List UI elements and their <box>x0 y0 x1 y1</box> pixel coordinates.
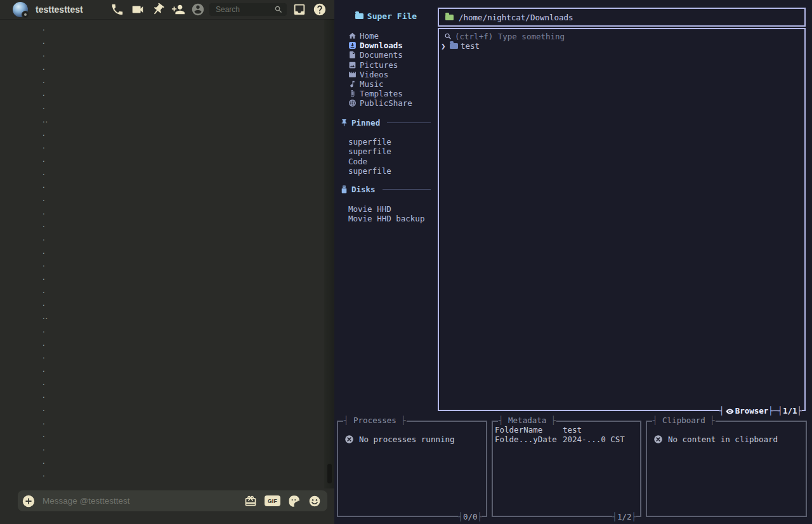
file-browser-panel: (ctrl+f) Type something ❯ test ┤ Browser… <box>438 28 806 411</box>
metadata-rows: FolderName test Folde...yDate 2024-...0 … <box>493 425 640 445</box>
sidebar-item-documents[interactable]: Documents <box>334 50 438 60</box>
processes-counter: 0/0 <box>463 512 478 521</box>
chat-message: . <box>0 87 324 100</box>
music-note-icon <box>348 80 357 88</box>
message-input-placeholder[interactable]: Message @testtesttest <box>43 496 237 506</box>
video-camera-icon <box>131 3 145 16</box>
section-divider <box>387 122 431 123</box>
globe-icon <box>348 99 357 107</box>
chat-message: . <box>0 442 324 455</box>
message-list: ..................................... <box>0 22 324 485</box>
chat-message: . <box>0 35 324 48</box>
chat-message: .. <box>0 310 324 324</box>
superfile-window: Super File Home Downloads Documents Pict… <box>334 0 812 524</box>
phone-icon <box>110 3 124 16</box>
voice-call-button[interactable] <box>110 3 124 16</box>
mode-label: Browser <box>735 406 769 416</box>
emoji-picker-button[interactable] <box>308 495 321 508</box>
disks-section-header: Disks <box>334 185 438 194</box>
sidebar-nav: Home Downloads Documents Pictures Videos… <box>334 31 438 108</box>
chat-message: . <box>0 100 324 114</box>
sidebar-item-downloads[interactable]: Downloads <box>334 41 438 50</box>
file-search-hint: (ctrl+f) Type something <box>455 32 565 41</box>
search-icon <box>274 5 283 14</box>
person-add-icon <box>171 3 185 16</box>
folder-icon <box>450 43 458 49</box>
chat-message: . <box>0 192 324 206</box>
help-icon <box>313 3 327 16</box>
folder-icon <box>445 15 454 20</box>
film-icon <box>348 70 357 79</box>
avatar-badge <box>22 11 29 18</box>
chat-message: . <box>0 22 324 35</box>
image-icon <box>348 61 357 69</box>
pinned-item[interactable]: superfile <box>334 166 438 176</box>
document-icon <box>348 51 357 59</box>
video-call-button[interactable] <box>131 3 145 16</box>
usb-drive-icon <box>340 185 348 193</box>
sidebar-item-videos[interactable]: Videos <box>334 70 438 79</box>
chat-scrollbar-thumb[interactable] <box>327 464 332 483</box>
chat-message: . <box>0 402 324 416</box>
chat-message: . <box>0 271 324 284</box>
help-button[interactable] <box>313 3 327 16</box>
dm-title: testtesttest <box>36 4 83 15</box>
pinned-item[interactable]: Code <box>334 157 438 166</box>
chat-message: . <box>0 232 324 245</box>
pinned-list: superfile superfile Code superfile <box>334 137 438 176</box>
sidebar-item-music[interactable]: Music <box>334 79 438 89</box>
pinned-item[interactable]: superfile <box>334 137 438 147</box>
inbox-button[interactable] <box>292 3 306 16</box>
sidebar-item-home[interactable]: Home <box>334 31 438 41</box>
sidebar-item-publicshare[interactable]: PublicShare <box>334 98 438 108</box>
pinned-item[interactable]: superfile <box>334 147 438 156</box>
chat-message: .. <box>0 114 324 127</box>
home-icon <box>348 32 357 40</box>
paperclip-icon <box>348 89 357 98</box>
chat-message: . <box>0 61 324 74</box>
panel-footer: ┤ Browser ├─┤ 1/1 ├ <box>719 406 802 416</box>
emoji-smile-icon <box>308 495 321 508</box>
gif-picker-button[interactable]: GIF <box>265 495 280 506</box>
chat-message: . <box>0 337 324 350</box>
user-circle-icon <box>191 3 205 16</box>
pinned-messages-button[interactable] <box>151 3 165 16</box>
chat-message: . <box>0 416 324 429</box>
file-entry-test[interactable]: ❯ test <box>439 41 804 51</box>
chat-message: . <box>0 455 324 468</box>
attach-button[interactable] <box>22 494 36 508</box>
chat-message: . <box>0 297 324 310</box>
clipboard-title: Clipboard <box>658 416 710 425</box>
sticker-picker-button[interactable] <box>288 495 301 508</box>
gift-button[interactable] <box>244 495 257 508</box>
metadata-counter: 1/2 <box>617 512 632 521</box>
download-icon <box>348 41 357 49</box>
user-profile-toggle[interactable] <box>191 3 205 16</box>
chat-message: . <box>0 206 324 219</box>
search-icon <box>444 32 452 41</box>
avatar[interactable] <box>13 2 28 17</box>
disk-item[interactable]: Movie HHD backup <box>334 214 438 223</box>
inbox-icon <box>292 3 306 16</box>
disks-list: Movie HHD Movie HHD backup <box>334 204 438 224</box>
sidebar-item-templates[interactable]: Templates <box>334 89 438 98</box>
pinned-section-header: Pinned <box>334 118 438 128</box>
plus-circle-icon <box>22 494 36 508</box>
chat-message: . <box>0 389 324 402</box>
gift-icon <box>244 495 257 508</box>
cursor-chevron-icon: ❯ <box>441 41 447 51</box>
chat-message: . <box>0 166 324 180</box>
chat-message: . <box>0 468 324 481</box>
chat-message: . <box>0 376 324 390</box>
message-composer[interactable]: Message @testtesttest GIF <box>18 490 327 511</box>
pushpin-icon <box>340 119 348 127</box>
sidebar-item-pictures[interactable]: Pictures <box>334 60 438 70</box>
chat-message: . <box>0 428 324 442</box>
metadata-title: Metadata <box>504 416 551 425</box>
file-search-input[interactable]: (ctrl+f) Type something <box>439 29 804 41</box>
search-input[interactable]: Search <box>209 3 287 16</box>
discord-dm-view: testtesttest Search ............. <box>0 0 334 524</box>
disk-item[interactable]: Movie HHD <box>334 204 438 214</box>
metadata-row: FolderName test <box>495 425 640 435</box>
add-friends-to-dm-button[interactable] <box>171 3 185 16</box>
